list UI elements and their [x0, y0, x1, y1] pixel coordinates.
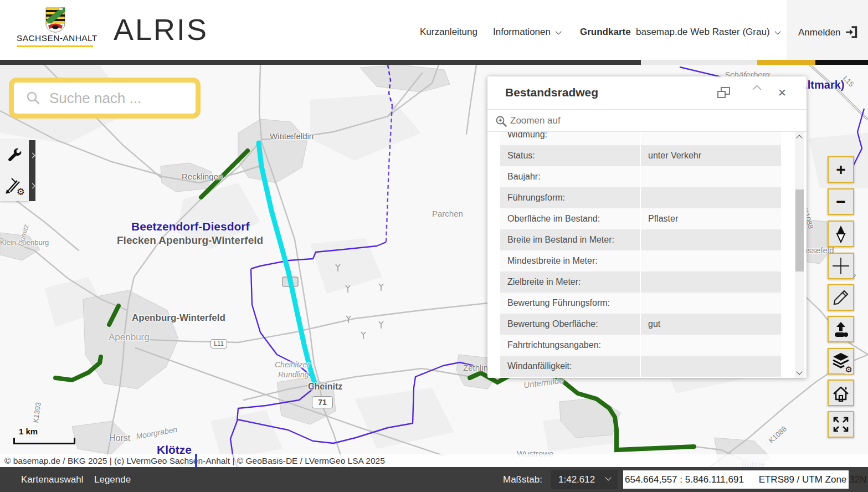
- chevron-down-icon: [555, 28, 561, 34]
- anmelden-button[interactable]: Anmelden: [787, 0, 868, 60]
- attribute-row: Mindestbreite in Meter:: [500, 250, 781, 271]
- fullscreen-button[interactable]: [828, 411, 854, 438]
- attribute-label: Bewertung Oberfläche:: [500, 314, 641, 335]
- attribute-row: Führungsform:: [500, 187, 781, 208]
- toolbar-expand-handle[interactable]: [29, 140, 35, 201]
- zoom-in-button[interactable]: +: [828, 156, 854, 183]
- attribute-label: Bewertung Führungsform:: [500, 293, 641, 314]
- left-toolbar: ⚙: [0, 140, 35, 201]
- attribute-row: Fahrtrichtungsangaben:: [500, 335, 781, 356]
- map-label: Rundling: [278, 370, 309, 379]
- attribute-row: Oberfläche im Bestand:Pflaster: [500, 208, 781, 229]
- sachsen-anhalt-logo: SACHSEN-ANHALT: [17, 6, 94, 55]
- attribute-table-viewport[interactable]: Widmung:Status:unter VerkehrBaujahr:Führ…: [500, 132, 781, 378]
- tools-wrench-icon[interactable]: [6, 147, 23, 163]
- attribute-row: Baujahr:: [500, 166, 781, 187]
- attribute-row: Status:unter Verkehr: [500, 145, 781, 166]
- boundary-line-fragment: [195, 454, 197, 468]
- map-label: Winterfeld: [270, 131, 307, 141]
- upload-icon: [831, 320, 850, 339]
- search-icon: [26, 91, 40, 105]
- legende-button[interactable]: Legende: [94, 474, 131, 485]
- map-label: Flecken Apenburg-Winterfeld: [117, 234, 263, 247]
- popup-header: Bestandsradweg ✕: [487, 76, 807, 110]
- attribute-label: Breite im Bestand in Meter:: [500, 229, 641, 250]
- map-label: Parchen: [432, 209, 463, 218]
- nav-kurzanleitung[interactable]: Kurzanleitung: [420, 27, 477, 38]
- search-box[interactable]: [9, 78, 201, 119]
- attribute-label: Widmung:: [500, 132, 641, 145]
- chevron-down-icon: [774, 28, 780, 34]
- feature-info-popup: Bestandsradweg ✕ Zoomen auf Widmung:Stat…: [487, 76, 807, 378]
- top-strip-dark: [0, 60, 641, 65]
- expand-icon: [831, 415, 850, 434]
- logo-underline: [17, 45, 93, 47]
- kartenauswahl-button[interactable]: Kartenauswahl: [21, 474, 83, 485]
- crosshair-icon: [831, 256, 851, 276]
- chevron-right-icon: [29, 183, 35, 189]
- attribute-row: Zielbreite in Meter:: [500, 271, 781, 293]
- map-label-municipality: Beetzendorf-Diesdorf: [131, 220, 250, 233]
- scroll-down-icon[interactable]: [796, 368, 802, 375]
- region-name: SACHSEN-ANHALT: [17, 33, 97, 43]
- road-shield-l11: L11: [210, 339, 227, 348]
- draw-button[interactable]: [828, 284, 854, 311]
- road-shield-71: 71: [312, 396, 333, 408]
- login-icon: [845, 25, 858, 39]
- basemap-select[interactable]: basemap.de Web Raster (Grau): [636, 27, 779, 38]
- map-label: Cheinitzer: [275, 360, 310, 369]
- map-label: Apenburg-Winterfeld: [132, 312, 225, 324]
- attribute-label: Oberfläche im Bestand:: [500, 208, 641, 229]
- zoom-to-action[interactable]: Zoomen auf: [487, 110, 807, 132]
- compass-needle-icon: [833, 224, 849, 243]
- top-strip-black: [815, 60, 868, 65]
- attribute-value: Pflaster: [641, 214, 781, 224]
- chevron-down-icon: [605, 474, 611, 480]
- alris-app: Mösenthin Winterfeld Recklingen Beetzend…: [0, 0, 868, 492]
- attribute-label: Mindestbreite in Meter:: [500, 250, 641, 271]
- coat-of-arms-icon: [45, 7, 65, 33]
- pencil-icon: [832, 289, 850, 306]
- nav-informationen[interactable]: Informationen: [493, 27, 559, 38]
- map-label: Recklingen: [182, 172, 223, 181]
- attribute-row: Windanfälligkeit:: [500, 356, 781, 377]
- status-bar: Kartenauswahl Legende Maßstab: 1:42.612 …: [0, 467, 868, 492]
- popup-title: Bestandsradweg: [505, 86, 598, 99]
- nav-grundkarte-label: Grundkarte: [580, 27, 631, 38]
- attribute-label: Windanfälligkeit:: [500, 356, 641, 377]
- scale-select[interactable]: 1:42.612: [551, 470, 618, 489]
- attribute-value: gut: [641, 319, 781, 329]
- dock-window-icon[interactable]: [717, 86, 731, 100]
- scrollbar-thumb[interactable]: [795, 189, 804, 271]
- attribute-row: Bewertung Führungsform:: [500, 293, 781, 314]
- scroll-up-icon[interactable]: [796, 135, 802, 141]
- attribute-label: Fahrtrichtungsangaben:: [500, 335, 641, 356]
- zoom-in-icon: [495, 115, 507, 127]
- map-attribution: © basemap.de / BKG 2025 | (c) LVermGeo S…: [0, 454, 868, 467]
- attribute-label: Baujahr:: [500, 166, 641, 187]
- layer-settings-button[interactable]: ⚙: [828, 348, 854, 375]
- chevron-right-icon: [29, 153, 35, 158]
- draw-settings-icon[interactable]: ⚙: [5, 176, 24, 195]
- app-header: SACHSEN-ANHALT ALRIS Kurzanleitung Infor…: [0, 0, 868, 60]
- close-icon[interactable]: ✕: [778, 86, 787, 99]
- attribute-label: Status:: [500, 145, 641, 166]
- crosshair-button[interactable]: [828, 253, 854, 279]
- attribute-row: Widmung:: [500, 132, 781, 145]
- compass-button[interactable]: [828, 221, 854, 247]
- search-input[interactable]: [49, 90, 182, 107]
- app-title: ALRIS: [114, 12, 208, 47]
- upload-button[interactable]: [828, 316, 854, 342]
- scale-label: Maßstab:: [503, 474, 542, 485]
- collapse-icon[interactable]: [753, 85, 762, 94]
- home-extent-button[interactable]: [828, 380, 854, 406]
- map-label: Cheinitz: [308, 382, 342, 392]
- gear-icon: ⚙: [845, 366, 852, 374]
- zoom-out-button[interactable]: −: [828, 188, 854, 215]
- map-label: Horst: [109, 433, 130, 443]
- attribute-label: Führungsform:: [500, 187, 641, 208]
- coordinates: 654.664,557 : 5.846.111,691: [625, 474, 744, 485]
- popup-scrollbar[interactable]: [795, 132, 804, 378]
- coordinate-display: 654.664,557 : 5.846.111,691 ETRS89 / UTM…: [623, 470, 849, 489]
- map-label: Apenburg: [109, 332, 150, 343]
